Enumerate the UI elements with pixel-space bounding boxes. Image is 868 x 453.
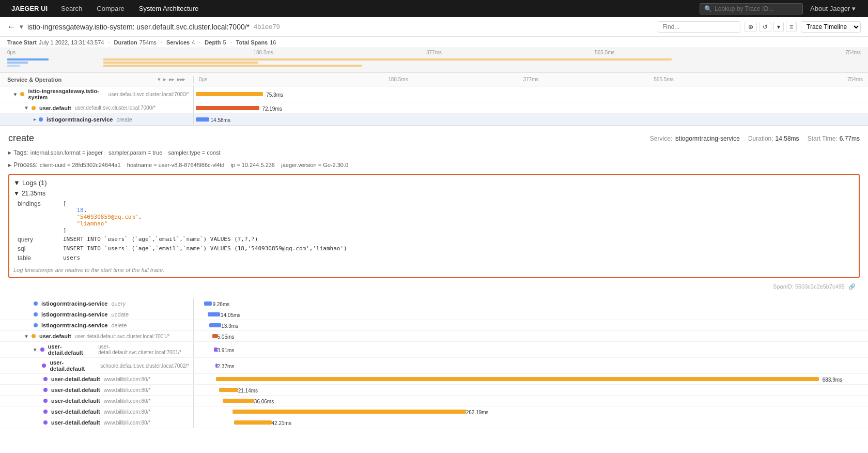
- trace-id-input[interactable]: [715, 5, 797, 12]
- span-url-0: user.default.svc.cluster.local:7000/*: [109, 92, 189, 97]
- sort-btn-3[interactable]: ▸▸: [168, 76, 175, 83]
- search-icon: 🔍: [704, 5, 712, 12]
- trace-lookup[interactable]: 🔍: [700, 3, 803, 14]
- nav-system-architecture[interactable]: System Architecture: [132, 0, 206, 17]
- trace-view-select[interactable]: Trace Timeline Trace Graph Trace Statist…: [801, 21, 861, 33]
- bar-container-update: 14.05ms: [196, 311, 866, 318]
- expand-toggle-0[interactable]: ▼: [13, 92, 18, 97]
- service-dot-1: [32, 106, 36, 110]
- dot-school: [42, 364, 46, 368]
- svc-query: istiogormtracing-service: [41, 300, 107, 307]
- tag-1: internal.span.format = jaeger: [30, 149, 103, 156]
- expand-toggle-1[interactable]: ▼: [24, 105, 29, 111]
- back-button[interactable]: ←: [7, 22, 16, 32]
- bar-bili2: [219, 388, 238, 392]
- span-left-bili2[interactable]: user-detail.default www.bilibili.com:80/…: [0, 385, 194, 395]
- log-field-table: table users: [18, 253, 855, 263]
- span-row-delete: istiogormtracing-service delete 13.9ms: [0, 320, 868, 331]
- span-left-2[interactable]: ▸ istiogormtracing-service create: [0, 114, 194, 125]
- span-left-ud2[interactable]: ▼ user-detail.default user-detail.defaul…: [0, 342, 194, 357]
- trace-start-value: July 1 2022, 13:31:43.574: [39, 39, 104, 46]
- op-query: query: [111, 300, 126, 307]
- url-ud2: user-detail.default.svc.cluster.local:70…: [98, 344, 189, 355]
- span-duration-1: 72.19ms: [262, 106, 282, 112]
- logs-header[interactable]: ▼ Logs (1): [13, 179, 855, 187]
- url-school: schoole.default.svc.cluster.local:7002/*: [100, 363, 189, 369]
- url-bili4: www.bilibili.com:80/*: [104, 409, 151, 415]
- tick-label-2: 377ms: [464, 77, 597, 82]
- tags-toggle[interactable]: ▸ Tags: internal.span.format = jaeger · …: [8, 148, 860, 157]
- dot-bili2: [43, 388, 48, 392]
- col-service-label: Service & Operation: [7, 77, 61, 83]
- span-left-bili5[interactable]: user-detail.default www.bilibili.com:80/…: [0, 417, 194, 428]
- ctrl-btn-3[interactable]: ▾: [773, 22, 784, 32]
- expand-ud1[interactable]: ▼: [24, 334, 29, 339]
- find-input[interactable]: [658, 21, 740, 33]
- bar-container-ud2: 3.91ms: [196, 346, 866, 353]
- span-right-bili4: 262.19ms: [194, 406, 868, 417]
- detail-start-value: 6.77ms: [840, 135, 860, 142]
- process-tags-inline: client-uuid = 28fd5302c24644a1 hostname …: [40, 162, 348, 168]
- ctrl-btn-2[interactable]: ↺: [759, 22, 771, 32]
- ctrl-btn-4[interactable]: ≡: [786, 22, 797, 32]
- op-update: update: [111, 311, 129, 318]
- span-left-bili1[interactable]: user-detail.default www.bilibili.com:80/…: [0, 374, 194, 384]
- logs-title: Logs (1): [22, 179, 47, 187]
- detail-service-value: istiogormtracing-service: [674, 135, 740, 142]
- svc-delete: istiogormtracing-service: [41, 322, 107, 328]
- span-service-1: user.default: [39, 105, 71, 111]
- span-left-1[interactable]: ▼ user.default user.default.svc.cluster.…: [0, 102, 194, 113]
- span-left-query[interactable]: istiogormtracing-service query: [0, 298, 194, 309]
- expand-toggle-2[interactable]: ▸: [34, 116, 36, 122]
- depth-label: Depth: [205, 39, 221, 46]
- span-right-bili5: 42.21ms: [194, 417, 868, 428]
- copy-span-id[interactable]: 🔗: [848, 283, 856, 290]
- log-val-table: users: [63, 254, 80, 262]
- nav-compare[interactable]: Compare: [89, 0, 131, 17]
- services-label: Services: [166, 39, 190, 46]
- span-right-school: 2.37ms: [194, 358, 868, 373]
- col-timeline-header: 0μs 188.5ms 377ms 565.5ms 754ms: [194, 77, 868, 82]
- minimap-bar-1: [7, 58, 49, 61]
- top-nav: JAEGER UI Search Compare System Architec…: [0, 0, 868, 17]
- span-row-bili1: user-detail.default www.bilibili.com:80/…: [0, 374, 868, 385]
- trace-title: istio-ingressgateway.istio-system: user.…: [27, 23, 250, 31]
- span-row-query: istiogormtracing-service query 9.26ms: [0, 298, 868, 309]
- span-op-2: create: [116, 116, 132, 123]
- nav-search[interactable]: Search: [54, 0, 89, 17]
- span-left-0[interactable]: ▼ istio-ingressgateway.istio-system user…: [0, 86, 194, 102]
- span-left-bili3[interactable]: user-detail.default www.bilibili.com:80/…: [0, 396, 194, 406]
- span-left-bili4[interactable]: user-detail.default www.bilibili.com:80/…: [0, 406, 194, 417]
- url-bili3: www.bilibili.com:80/*: [104, 398, 151, 404]
- dur-bili5: 42.21ms: [272, 420, 291, 426]
- log-field-sql: sql INSERT INTO `users` (`age`,`email`,`…: [18, 244, 855, 253]
- about-jaeger-btn[interactable]: About Jaeger ▾: [803, 0, 863, 17]
- detail-op-name: create: [8, 133, 650, 144]
- span-row-ud1: ▼ user.default user-detail.default.svc.c…: [0, 331, 868, 342]
- span-left-update[interactable]: istiogormtracing-service update: [0, 309, 194, 320]
- col-service-header: Service & Operation ▾ ▸ ▸▸ ▸▸▸: [0, 76, 194, 83]
- span-url-1: user.default.svc.cluster.local:7000/*: [75, 105, 156, 111]
- span-left-delete[interactable]: istiogormtracing-service delete: [0, 320, 194, 330]
- bar-bili3: [223, 399, 254, 403]
- process-toggle[interactable]: ▸ Process: client-uuid = 28fd5302c24644a…: [8, 160, 860, 170]
- bar-container-bili4: 262.19ms: [196, 408, 866, 415]
- span-row-1: ▼ user.default user.default.svc.cluster.…: [0, 102, 868, 114]
- bar-container-bili3: 36.06ms: [196, 397, 866, 404]
- log-entry-time[interactable]: ▼ 21.35ms: [13, 190, 855, 197]
- expand-toggle[interactable]: ▾: [20, 23, 23, 31]
- span-bar-container-2: 14.58ms: [196, 116, 866, 123]
- span-row-update: istiogormtracing-service update 14.05ms: [0, 309, 868, 320]
- sort-btn-2[interactable]: ▸: [162, 76, 167, 83]
- sort-btn-1[interactable]: ▾: [157, 76, 161, 83]
- sort-btn-4[interactable]: ▸▸▸: [176, 76, 186, 83]
- span-left-ud1[interactable]: ▼ user.default user-detail.default.svc.c…: [0, 331, 194, 341]
- process-label: Process:: [13, 161, 38, 169]
- tag-3: sampler.type = const: [168, 149, 220, 156]
- expand-ud2[interactable]: ▼: [33, 347, 38, 353]
- ctrl-btn-1[interactable]: ⊕: [745, 22, 757, 32]
- span-left-school[interactable]: user-detail.default schoole.default.svc.…: [0, 358, 194, 373]
- bar-container-query: 9.26ms: [196, 300, 866, 307]
- span-duration-0: 75.3ms: [266, 92, 283, 98]
- span-id-row: SpanID: 5603c3c2e5b7c495 🔗: [8, 282, 860, 291]
